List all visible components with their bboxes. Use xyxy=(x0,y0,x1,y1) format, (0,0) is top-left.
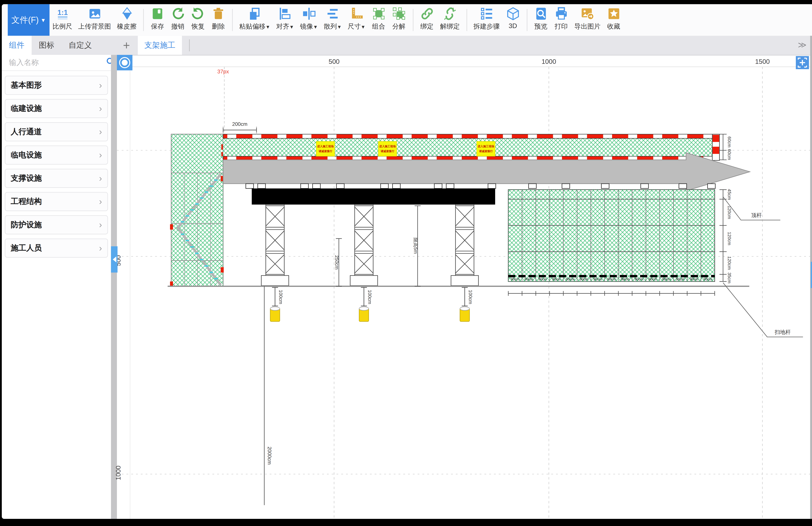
ruler-top-1000: 1000 xyxy=(541,58,556,65)
svg-text:进入施工现场: 进入施工现场 xyxy=(477,145,494,148)
category-label: 临电设施 xyxy=(11,150,42,160)
ellipse-tool-button[interactable] xyxy=(117,55,132,71)
svg-text:100cm: 100cm xyxy=(367,290,373,304)
scatter-icon xyxy=(325,6,340,21)
upload-background-button[interactable]: 上传背景图 xyxy=(75,4,114,36)
mirror-button[interactable]: 镜像▼ xyxy=(297,4,321,36)
sidebar-category-工程结构[interactable]: 工程结构› xyxy=(5,192,108,211)
ungroup-icon xyxy=(392,6,406,21)
eraser-button[interactable]: 橡皮擦 xyxy=(114,4,140,36)
tab-components[interactable]: 组件 xyxy=(2,36,32,55)
build-steps-button[interactable]: 拆建步骤 xyxy=(470,4,503,36)
three-d-button[interactable]: 3D xyxy=(503,4,523,36)
scatter-button[interactable]: 散列▼ xyxy=(321,4,345,36)
chevron-right-icon: › xyxy=(99,150,102,159)
ungroup-button[interactable]: 分解 xyxy=(389,4,409,36)
chevron-right-icon: › xyxy=(99,103,102,112)
collapse-panels-icon[interactable]: ≫ xyxy=(798,40,805,49)
print-button[interactable]: 打印 xyxy=(551,4,571,36)
bearing-pad xyxy=(246,184,253,188)
bay-label: 90cm xyxy=(635,277,643,281)
svg-text:1:1: 1:1 xyxy=(57,9,68,16)
category-label: 人行通道 xyxy=(11,127,42,137)
sidebar-category-人行通道[interactable]: 人行通道› xyxy=(5,122,108,142)
collapse-sidebar-handle[interactable] xyxy=(111,246,117,273)
svg-text:200cm: 200cm xyxy=(232,121,247,127)
warning-drum[interactable] xyxy=(359,307,369,321)
paste-offset-icon xyxy=(247,6,262,21)
svg-text:进入施工现场: 进入施工现场 xyxy=(317,145,334,148)
tab-icons[interactable]: 图标 xyxy=(32,36,61,55)
scaffold-stair-tower[interactable] xyxy=(170,134,224,287)
redo-button[interactable]: 恢复 xyxy=(188,4,208,36)
sidebar-category-防护设施[interactable]: 防护设施› xyxy=(5,215,108,234)
unbind-button[interactable]: 解绑定 xyxy=(437,4,463,36)
sidebar-category-临建设施[interactable]: 临建设施› xyxy=(5,99,108,118)
svg-text:限高5m: 限高5m xyxy=(413,238,418,254)
bearing-pad xyxy=(446,184,454,188)
file-menu-label: 文件(F) xyxy=(11,15,39,25)
ruler-top-1500: 1500 xyxy=(755,58,770,65)
svg-text:250cm: 250cm xyxy=(334,255,339,269)
bay-label: 90cm xyxy=(649,277,657,281)
dimension-button[interactable]: 尺寸▼ xyxy=(345,4,368,36)
toolbar-separator xyxy=(232,9,233,31)
support-beam[interactable] xyxy=(252,189,495,205)
drawing-canvas[interactable]: 500 1000 1500 500 1000 37px xyxy=(111,55,810,519)
warning-sign[interactable]: 进入施工现场请减速慢行 xyxy=(316,142,335,156)
warning-drum[interactable] xyxy=(270,307,280,321)
paste-offset-button[interactable]: 粘贴偏移▼ xyxy=(236,4,273,36)
bay-label: 90cm xyxy=(662,277,671,281)
bind-button[interactable]: 绑定 xyxy=(417,4,437,36)
traffic-barrier-banner[interactable]: 进入施工现场请减速慢行进入施工现场请减速慢行进入施工现场请减速慢行 xyxy=(223,134,720,161)
ruler-top-500: 500 xyxy=(329,58,339,65)
lattice-tower[interactable] xyxy=(451,205,478,286)
warning-sign[interactable]: 进入施工现场请减速慢行 xyxy=(477,142,495,156)
lattice-tower[interactable] xyxy=(261,205,289,286)
add-page-button[interactable]: + xyxy=(119,38,134,53)
preview-button[interactable]: 预览 xyxy=(531,4,551,36)
favorite-button[interactable]: 收藏 xyxy=(604,4,624,36)
svg-text:120cm: 120cm xyxy=(727,256,732,270)
group-label: 组合 xyxy=(372,22,385,31)
bearing-pad xyxy=(313,184,320,188)
file-menu-button[interactable]: 文件(F) ▼ xyxy=(8,4,49,36)
search-input[interactable] xyxy=(8,58,106,68)
bay-label: 90cm xyxy=(704,277,712,281)
tab-custom[interactable]: 自定义 xyxy=(61,36,99,55)
redo-label: 恢复 xyxy=(191,22,205,31)
save-button[interactable]: 保存 xyxy=(147,4,168,36)
align-icon xyxy=(278,6,292,21)
chevron-right-icon: › xyxy=(99,80,102,89)
sidebar-category-临电设施[interactable]: 临电设施› xyxy=(5,145,108,165)
export-image-label: 导出图片 xyxy=(574,22,600,31)
scale-ruler-button[interactable]: 1:1比例尺 xyxy=(49,4,75,36)
sidebar-category-基本图形[interactable]: 基本图形› xyxy=(5,76,108,95)
page-tab-zhijiashigong[interactable]: 支架施工 xyxy=(138,36,182,55)
sidebar-category-支撑设施[interactable]: 支撑设施› xyxy=(5,169,108,188)
warning-drum[interactable] xyxy=(460,307,469,321)
tab-separator xyxy=(189,39,190,51)
align-button[interactable]: 对齐▼ xyxy=(273,4,297,36)
sidebar-category-施工人员[interactable]: 施工人员› xyxy=(5,238,108,258)
fit-view-button[interactable] xyxy=(796,56,809,69)
mirror-icon xyxy=(302,6,316,21)
safety-mesh-panel[interactable]: 90cm90cm90cm90cm90cm90cm90cm90cm90cm90cm… xyxy=(508,190,715,281)
warning-sign[interactable]: 进入施工现场请减速慢行 xyxy=(378,142,397,156)
undo-button[interactable]: 撤销 xyxy=(168,4,188,36)
bearing-pad xyxy=(258,184,265,188)
group-button[interactable]: 组合 xyxy=(368,4,389,36)
svg-text:请减速慢行: 请减速慢行 xyxy=(479,150,493,153)
align-label: 对齐▼ xyxy=(276,22,294,31)
favorite-icon xyxy=(606,6,621,21)
svg-text:扫地杆: 扫地杆 xyxy=(774,329,791,335)
delete-button[interactable]: 删除 xyxy=(208,4,229,36)
collapse-panel-handle[interactable] xyxy=(811,262,812,288)
undo-icon xyxy=(171,6,185,21)
mirror-label: 镜像▼ xyxy=(300,22,318,31)
svg-text:请减速慢行: 请减速慢行 xyxy=(318,150,332,153)
export-image-button[interactable]: 导出图片 xyxy=(571,4,604,36)
component-sidebar: 组件 图标 自定义 基本图形›临建设施›人行通道›临电设施›支撑设施›工程结构›… xyxy=(2,36,112,519)
lattice-tower[interactable] xyxy=(350,205,378,286)
bay-label: 90cm xyxy=(538,277,547,281)
